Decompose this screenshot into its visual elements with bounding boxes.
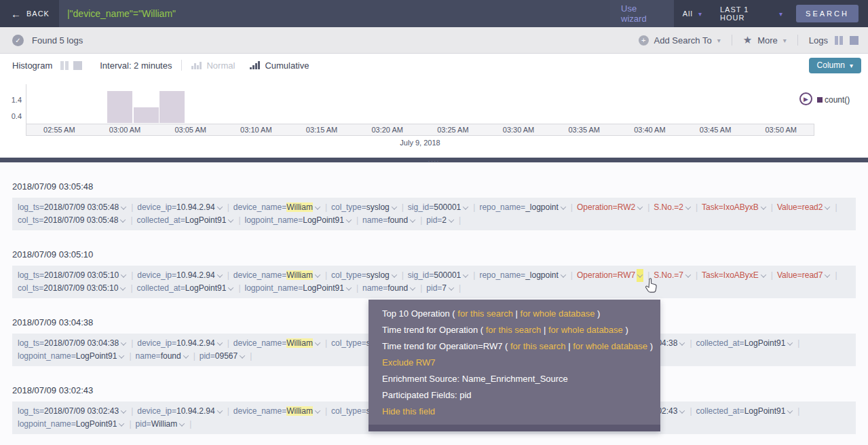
log-field[interactable]: Task=IxoAByxB <box>702 202 767 212</box>
search-query-input[interactable]: |"device_name"="William" <box>59 0 610 27</box>
repo-scope-dropdown[interactable]: All ▾ <box>674 0 711 27</box>
log-field[interactable]: log_ts=2018/07/09 03:02:43 <box>18 406 127 416</box>
field-chevron-icon[interactable] <box>120 201 127 214</box>
log-field[interactable]: device_ip=10.94.2.94 <box>137 406 223 416</box>
log-field[interactable]: col_type=syslog <box>331 202 398 212</box>
more-dropdown[interactable]: ★ More ▾ <box>743 34 787 46</box>
field-chevron-icon[interactable] <box>314 269 321 282</box>
split-view-toggle-icon[interactable] <box>835 36 843 45</box>
split-chart-toggle-icon[interactable] <box>60 61 69 70</box>
log-field[interactable]: log_ts=2018/07/09 03:04:38 <box>18 338 127 348</box>
log-field[interactable]: logpoint_name=LogPoint91 <box>245 215 352 225</box>
normal-mode-button[interactable]: Normal <box>191 60 235 71</box>
log-field[interactable]: device_name=William <box>233 202 321 212</box>
log-field[interactable]: logpoint_name=LogPoint91 <box>18 351 125 361</box>
field-chevron-icon[interactable] <box>239 350 246 363</box>
log-field[interactable]: logpoint_name=LogPoint91 <box>245 283 352 293</box>
field-chevron-icon[interactable] <box>227 214 234 227</box>
time-range-dropdown[interactable]: LAST 1 HOUR ▾ <box>711 0 792 27</box>
menu-link[interactable]: for whole database <box>548 325 623 335</box>
log-field[interactable]: logpoint_name=LogPoint91 <box>18 419 125 429</box>
log-field[interactable]: sig_id=500001 <box>408 270 469 280</box>
log-field[interactable]: name=found <box>136 351 189 361</box>
search-button[interactable]: SEARCH <box>796 5 858 22</box>
field-chevron-icon[interactable] <box>227 282 234 295</box>
log-field[interactable]: Value=read2 <box>777 202 831 212</box>
field-chevron-icon[interactable] <box>679 405 685 418</box>
log-field[interactable]: S.No.=7 <box>654 270 692 280</box>
field-chevron-icon[interactable] <box>391 201 398 214</box>
log-field[interactable]: device_ip=10.94.2.94 <box>137 270 223 280</box>
use-wizard-link[interactable]: Use wizard <box>610 0 674 27</box>
field-chevron-icon[interactable] <box>760 201 767 214</box>
field-chevron-icon[interactable] <box>120 269 127 282</box>
field-chevron-icon[interactable] <box>345 214 352 227</box>
field-chevron-icon[interactable] <box>118 350 125 363</box>
field-chevron-icon[interactable] <box>183 350 189 363</box>
add-search-to-dropdown[interactable]: + Add Search To ▾ <box>639 35 721 46</box>
log-field[interactable]: collected_at=LogPoint91 <box>696 338 794 348</box>
menu-link[interactable]: for this search <box>486 325 542 335</box>
back-button[interactable]: ← BACK <box>0 0 59 27</box>
log-field[interactable]: device_ip=10.94.2.94 <box>137 202 223 212</box>
field-chevron-icon[interactable] <box>462 269 469 282</box>
full-chart-toggle-icon[interactable] <box>73 61 82 70</box>
field-chevron-icon[interactable] <box>216 337 223 350</box>
field-chevron-icon[interactable] <box>824 201 831 214</box>
log-field[interactable]: collected_at=LogPoint91 <box>137 215 235 225</box>
log-field[interactable]: name=found <box>362 215 416 225</box>
full-view-toggle-icon[interactable] <box>850 36 858 45</box>
log-field[interactable]: Operation=RW7 <box>577 270 643 280</box>
log-field[interactable]: Value=read7 <box>777 270 831 280</box>
column-chart-type-dropdown[interactable]: Column ▾ <box>809 58 861 73</box>
log-field[interactable]: Task=IxoAByxE <box>702 270 767 280</box>
field-chevron-icon[interactable] <box>679 337 685 350</box>
field-chevron-icon[interactable] <box>391 269 398 282</box>
log-field[interactable]: log_ts=2018/07/09 03:05:48 <box>18 202 127 212</box>
x-axis-strip[interactable]: 02:55 AM03:00 AM03:05 AM03:10 AM03:15 AM… <box>26 124 814 136</box>
context-menu-action[interactable]: Hide this field <box>382 404 660 420</box>
log-field[interactable]: pid=09567 <box>200 351 246 361</box>
field-chevron-icon[interactable] <box>787 337 793 350</box>
field-chevron-icon[interactable] <box>216 201 223 214</box>
field-chevron-icon[interactable] <box>560 201 567 214</box>
log-field[interactable]: collected_at=LogPoint91 <box>137 283 235 293</box>
log-field[interactable]: collected_at=LogPoint91 <box>696 406 794 416</box>
field-chevron-icon[interactable] <box>824 269 831 282</box>
log-field[interactable]: device_name=William <box>233 406 321 416</box>
log-field[interactable]: col_ts=2018/07/09 03:05:10 <box>18 283 126 293</box>
menu-link[interactable]: for this search <box>510 341 566 351</box>
log-field[interactable]: col_ts=2018/07/09 03:05:48 <box>18 215 126 225</box>
field-chevron-icon[interactable] <box>118 418 125 431</box>
field-chevron-icon[interactable] <box>345 282 352 295</box>
field-chevron-icon[interactable] <box>119 214 126 227</box>
field-chevron-icon[interactable] <box>685 201 692 214</box>
field-chevron-icon[interactable] <box>119 282 126 295</box>
field-chevron-icon[interactable] <box>314 337 321 350</box>
log-field[interactable]: device_ip=10.94.2.94 <box>137 338 223 348</box>
field-chevron-icon[interactable] <box>637 201 643 214</box>
log-field[interactable]: name=found <box>362 283 416 293</box>
field-chevron-icon[interactable] <box>409 282 416 295</box>
field-chevron-icon[interactable] <box>462 201 469 214</box>
histogram-bar[interactable] <box>159 91 185 123</box>
log-field[interactable]: log_ts=2018/07/09 03:05:10 <box>18 270 127 280</box>
histogram-bar[interactable] <box>134 107 159 124</box>
context-menu-action[interactable]: Exclude RW7 <box>382 355 660 371</box>
menu-link[interactable]: for whole database <box>573 341 647 351</box>
field-chevron-icon[interactable] <box>178 418 185 431</box>
field-chevron-icon[interactable] <box>216 405 223 418</box>
field-chevron-icon[interactable] <box>448 214 455 227</box>
field-chevron-icon[interactable] <box>787 405 793 418</box>
log-field[interactable]: pid=7 <box>426 283 455 293</box>
field-chevron-icon[interactable] <box>637 269 643 282</box>
log-field[interactable]: repo_name=_logpoint <box>479 202 566 212</box>
menu-link[interactable]: for this search <box>457 308 513 319</box>
cumulative-mode-button[interactable]: Cumulative <box>250 60 309 71</box>
field-chevron-icon[interactable] <box>448 282 455 295</box>
histogram-bar[interactable] <box>107 91 132 123</box>
log-field[interactable]: device_name=William <box>233 338 321 348</box>
log-field[interactable]: repo_name=_logpoint <box>479 270 566 280</box>
field-chevron-icon[interactable] <box>120 405 127 418</box>
field-chevron-icon[interactable] <box>216 269 223 282</box>
